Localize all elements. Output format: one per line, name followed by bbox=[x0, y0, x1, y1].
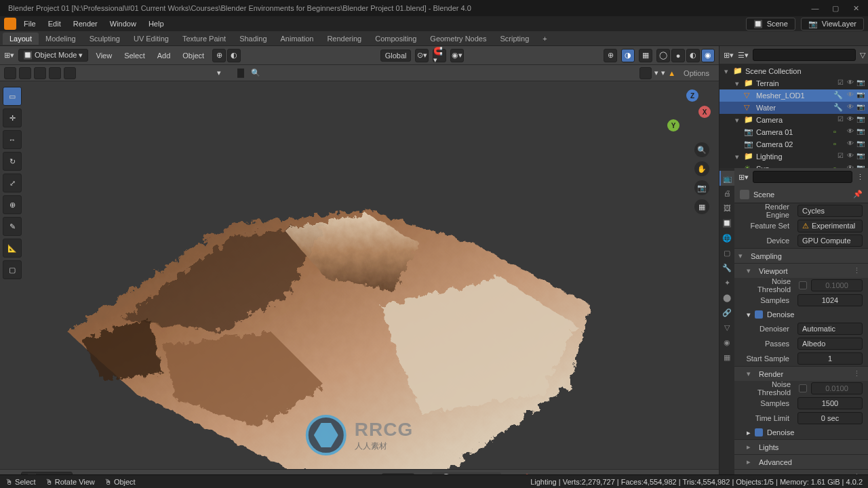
ptab-render[interactable]: 📺 bbox=[719, 171, 734, 186]
nav-zoom-icon[interactable]: 🔍 bbox=[694, 142, 709, 157]
vis-render-icon[interactable]: 📷 bbox=[856, 91, 865, 100]
menu-help[interactable]: Help bbox=[144, 18, 169, 29]
sub-icon-2[interactable] bbox=[19, 67, 31, 79]
panel-vp-denoise[interactable]: ▾Denoise bbox=[734, 308, 868, 321]
tab-add[interactable]: + bbox=[536, 33, 553, 45]
props-search[interactable] bbox=[753, 171, 852, 183]
tab-rendering[interactable]: Rendering bbox=[320, 33, 368, 45]
ptab-particles[interactable]: ✦ bbox=[719, 275, 734, 290]
vis-render-icon[interactable]: 📷 bbox=[856, 115, 865, 125]
tree-camera-01[interactable]: 📷Camera 01▫ 👁📷 bbox=[719, 126, 868, 138]
axis-y[interactable]: Y bbox=[667, 119, 679, 131]
tree-camera-coll[interactable]: ▾📁Camera ☑👁📷 bbox=[719, 114, 868, 126]
tree-mesher[interactable]: ▽Mesher_LOD1🔧 👁📷 bbox=[719, 89, 868, 102]
menu-file[interactable]: File bbox=[19, 18, 41, 29]
vis-check-icon[interactable]: ☑ bbox=[835, 79, 845, 88]
mode-select[interactable]: 🔲 Object Mode ▾ bbox=[18, 49, 88, 62]
tab-texture-paint[interactable]: Texture Paint bbox=[176, 33, 233, 45]
ptab-world[interactable]: 🌐 bbox=[719, 230, 734, 245]
tab-layout[interactable]: Layout bbox=[3, 33, 39, 45]
gizmo-toggle-icon[interactable]: ⊕ bbox=[604, 49, 617, 62]
tool-move[interactable]: ↔ bbox=[3, 130, 22, 149]
snap-icon[interactable]: 🧲▾ bbox=[433, 49, 446, 62]
props-opts-icon[interactable]: ⋮ bbox=[856, 173, 864, 182]
maximize-button[interactable]: ▢ bbox=[826, 1, 845, 15]
menu-render[interactable]: Render bbox=[68, 18, 102, 29]
vis-eye-icon[interactable]: 👁 bbox=[846, 152, 855, 161]
sub-icon-3[interactable] bbox=[34, 67, 46, 79]
vp-menu-select[interactable]: Select bbox=[120, 50, 149, 61]
tool-scale[interactable]: ⤢ bbox=[3, 174, 22, 192]
tab-geometry-nodes[interactable]: Geometry Nodes bbox=[423, 33, 493, 45]
tool-measure[interactable]: 📐 bbox=[3, 239, 22, 258]
vis-eye-icon[interactable]: 👁 bbox=[846, 91, 855, 100]
ptab-constraints[interactable]: 🔗 bbox=[719, 305, 734, 320]
tool-annotate[interactable]: ✎ bbox=[3, 217, 22, 236]
tree-water[interactable]: ▽Water🔧 👁📷 bbox=[719, 102, 868, 114]
vis-render-icon[interactable]: 📷 bbox=[856, 127, 865, 137]
outliner-search[interactable] bbox=[753, 49, 856, 61]
tree-sun[interactable]: ☀Sun▫ 👁📷 bbox=[719, 163, 868, 168]
render-engine-select[interactable]: Cycles bbox=[797, 205, 863, 217]
sub-dd2[interactable]: ▾ bbox=[654, 68, 658, 77]
panel-render[interactable]: ▾Render⋮ bbox=[734, 366, 868, 381]
nav-pan-icon[interactable]: ✋ bbox=[694, 161, 709, 176]
axis-x[interactable]: X bbox=[698, 106, 711, 118]
nav-camera-icon[interactable]: 📷 bbox=[694, 180, 709, 195]
vp-menu-add[interactable]: Add bbox=[153, 50, 175, 61]
ptab-physics[interactable]: ⬤ bbox=[719, 290, 734, 305]
warning-icon[interactable]: ▲ bbox=[668, 69, 675, 77]
panel-lights[interactable]: ▸Lights bbox=[734, 439, 868, 454]
tool-rotate[interactable]: ↻ bbox=[3, 152, 22, 171]
shading-solid-icon[interactable]: ● bbox=[671, 49, 685, 62]
panel-opts-icon[interactable]: ⋮ bbox=[853, 266, 864, 275]
sub-pin-icon[interactable] bbox=[639, 67, 652, 79]
tree-terrain[interactable]: ▾📁Terrain ☑👁📷 bbox=[719, 77, 868, 89]
xray-icon[interactable]: ▦ bbox=[639, 49, 652, 62]
ptab-object[interactable]: ▢ bbox=[719, 245, 734, 260]
sub-search-icon[interactable]: 🔍 bbox=[251, 68, 260, 77]
sub-grp-5[interactable] bbox=[243, 68, 244, 78]
r-noise-check[interactable] bbox=[799, 384, 807, 392]
overlay-toggle-icon[interactable]: ◑ bbox=[621, 49, 635, 62]
ptab-data[interactable]: ▽ bbox=[719, 320, 734, 335]
vis-eye-icon[interactable]: 👁 bbox=[846, 140, 855, 149]
shading-render-icon[interactable]: ◉ bbox=[701, 49, 715, 62]
vis-render-icon[interactable]: 📷 bbox=[856, 140, 865, 149]
close-button[interactable]: ✕ bbox=[846, 1, 865, 15]
tool-cursor[interactable]: ✛ bbox=[3, 108, 22, 127]
props-editor-icon[interactable]: ⊞▾ bbox=[738, 173, 749, 182]
ptab-scene[interactable]: 🔲 bbox=[719, 216, 734, 230]
ptab-modifier[interactable]: 🔧 bbox=[719, 260, 734, 275]
tab-modeling[interactable]: Modeling bbox=[39, 33, 83, 45]
passes-select[interactable]: Albedo bbox=[797, 338, 863, 350]
outliner-filter-icon[interactable]: ▽ bbox=[860, 49, 865, 61]
start-sample-value[interactable]: 1 bbox=[797, 352, 863, 365]
navigation-gizmo[interactable]: X Y Z bbox=[665, 88, 712, 136]
ptab-texture[interactable]: ▦ bbox=[719, 350, 734, 365]
sub-dropdown[interactable]: ▾ bbox=[217, 68, 221, 77]
sub-icon-1[interactable] bbox=[4, 67, 16, 79]
r-denoise-check[interactable] bbox=[755, 428, 763, 436]
panel-advanced[interactable]: ▸Advanced bbox=[734, 454, 868, 469]
tab-animation[interactable]: Animation bbox=[274, 33, 321, 45]
transform-icon[interactable]: ⊕ bbox=[212, 49, 226, 62]
denoiser-select[interactable]: Automatic bbox=[797, 323, 863, 335]
tool-transform[interactable]: ⊕ bbox=[3, 195, 22, 214]
minimize-button[interactable]: — bbox=[806, 1, 825, 15]
menu-window[interactable]: Window bbox=[105, 18, 141, 29]
nav-persp-icon[interactable]: ▦ bbox=[694, 199, 709, 214]
options-dropdown[interactable]: Options bbox=[678, 68, 715, 79]
tree-camera-02[interactable]: 📷Camera 02▫ 👁📷 bbox=[719, 138, 868, 150]
tab-scripting[interactable]: Scripting bbox=[493, 33, 536, 45]
r-samples-value[interactable]: 1500 bbox=[797, 397, 863, 409]
vis-eye-icon[interactable]: 👁 bbox=[846, 127, 855, 137]
vis-check-icon[interactable]: ☑ bbox=[835, 115, 845, 125]
vis-render-icon[interactable]: 📷 bbox=[856, 152, 865, 161]
outliner-editor-icon[interactable]: ⊞▾ bbox=[724, 49, 734, 61]
tab-compositing[interactable]: Compositing bbox=[368, 33, 423, 45]
scene-crumb[interactable]: Scene bbox=[753, 190, 774, 199]
props-pin-icon[interactable]: 📌 bbox=[853, 190, 863, 199]
r-time-value[interactable]: 0 sec bbox=[797, 412, 863, 424]
vis-check-icon[interactable]: ☑ bbox=[835, 152, 845, 161]
